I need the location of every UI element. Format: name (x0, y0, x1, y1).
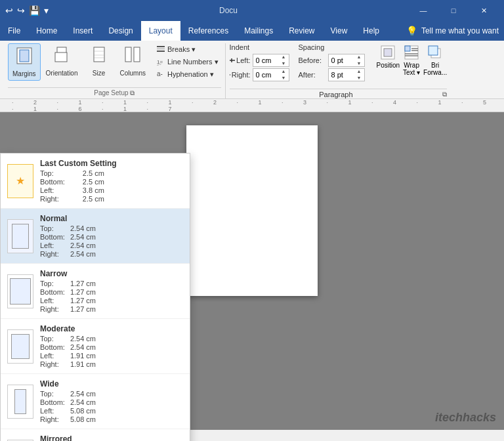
page-setup-expand-icon[interactable]: ⧉ (130, 89, 135, 96)
margins-button[interactable]: Margins (8, 43, 41, 81)
position-button[interactable]: Position (377, 43, 400, 76)
hyphenation-button[interactable]: a- Hyphenation ▾ (154, 68, 221, 80)
columns-button[interactable]: Columns (116, 43, 150, 79)
menu-review[interactable]: Review (281, 21, 322, 41)
spacing-before-input[interactable] (328, 54, 365, 67)
wide-left-val: 5.08 cm (70, 407, 96, 415)
last-custom-title: Last Custom Setting (40, 159, 117, 168)
redo-icon[interactable]: ↪ (17, 5, 25, 16)
last-custom-top-val: 2.5 cm (83, 169, 117, 177)
menu-view[interactable]: View (323, 21, 356, 41)
wide-bottom-val: 2.54 cm (70, 398, 96, 406)
indent-right-spinner[interactable] (282, 68, 286, 81)
maximize-button[interactable]: □ (438, 0, 469, 21)
indent-left-label: Left: (230, 56, 251, 64)
indent-left-value[interactable] (256, 56, 281, 64)
menu-insert[interactable]: Insert (65, 21, 100, 41)
moderate-top-label: Top: (40, 335, 65, 343)
spacing-before-up[interactable] (357, 54, 362, 60)
save-icon[interactable]: 💾 (29, 5, 40, 16)
margin-inner-narrow (10, 278, 31, 304)
breaks-button[interactable]: Breaks ▾ (154, 43, 221, 55)
menu-file[interactable]: File (0, 21, 28, 41)
menu-mailings[interactable]: Mailings (236, 21, 281, 41)
size-label: Size (93, 70, 105, 77)
margin-option-mirrored[interactable]: Mirrored Top: 2.54 cm Bottom: 2.54 cm In… (1, 429, 190, 441)
svg-text:a-: a- (157, 70, 163, 77)
normal-right-val: 2.54 cm (70, 250, 96, 258)
normal-title: Normal (40, 214, 96, 223)
wide-right-val: 5.08 cm (70, 415, 96, 423)
tell-me-text[interactable]: Tell me what you want (421, 26, 499, 35)
columns-label: Columns (120, 70, 146, 77)
narrow-left-label: Left: (40, 297, 65, 304)
customize-icon[interactable]: ▾ (44, 5, 49, 16)
svg-rect-9 (134, 47, 140, 62)
indent-left-up[interactable] (282, 54, 286, 60)
svg-rect-21 (384, 49, 392, 56)
menu-layout[interactable]: Layout (141, 21, 180, 41)
indent-group: Indent Left: (230, 43, 289, 81)
ribbon-content: Margins Orientation (0, 41, 504, 98)
indent-left-input[interactable] (253, 54, 289, 67)
menu-design[interactable]: Design (100, 21, 140, 41)
margin-option-narrow[interactable]: Narrow Top: 1.27 cm Bottom: 1.27 cm Left… (1, 264, 190, 319)
moderate-right-label: Right: (40, 360, 65, 368)
menu-home[interactable]: Home (28, 21, 65, 41)
margins-dropdown[interactable]: ★ Last Custom Setting Top: 2.5 cm Bottom… (0, 153, 190, 441)
spacing-after-up[interactable] (357, 68, 362, 75)
title-bar-controls[interactable]: — □ ✕ (408, 0, 499, 21)
margin-option-last-custom[interactable]: ★ Last Custom Setting Top: 2.5 cm Bottom… (1, 154, 190, 209)
ribbon-stack-right: Breaks ▾ 1= 2= Line Numbers ▾ a- Hyphe (154, 43, 221, 80)
title-bar-icons[interactable]: ↩ ↪ 💾 ▾ (5, 5, 49, 16)
orientation-button[interactable]: Orientation (42, 43, 82, 79)
spacing-after-value[interactable] (331, 71, 356, 79)
menu-references[interactable]: References (180, 21, 236, 41)
narrow-right-val: 1.27 cm (70, 305, 96, 313)
svg-rect-23 (405, 46, 410, 51)
svg-rect-11 (157, 49, 165, 49)
line-numbers-button[interactable]: 1= 2= Line Numbers ▾ (154, 56, 221, 68)
wide-text: Wide Top: 2.54 cm Bottom: 2.54 cm Left: … (40, 379, 96, 423)
menu-help[interactable]: Help (355, 21, 387, 41)
margin-option-wide[interactable]: Wide Top: 2.54 cm Bottom: 2.54 cm Left: … (1, 374, 190, 429)
position-label: Position (377, 62, 400, 69)
indent-right-value[interactable] (256, 71, 281, 79)
margin-inner-normal (12, 224, 29, 249)
spacing-before-value[interactable] (331, 56, 356, 64)
margin-option-normal[interactable]: Normal Top: 2.54 cm Bottom: 2.54 cm Left… (1, 209, 190, 264)
size-button[interactable]: Size (83, 43, 115, 79)
bring-forward-button[interactable]: Bri Forwa... (423, 43, 447, 76)
spacing-before-down[interactable] (357, 60, 362, 67)
indent-right-up[interactable] (282, 68, 286, 75)
wide-title: Wide (40, 379, 96, 388)
moderate-right-val: 1.91 cm (70, 360, 96, 368)
ruler-content: · 2 · 1 · 1 · 1 · 2 · 1 · 3 · 1 · 4 · 1 … (12, 99, 499, 112)
last-custom-text: Last Custom Setting Top: 2.5 cm Bottom: … (40, 159, 117, 203)
svg-rect-8 (125, 47, 131, 62)
close-button[interactable]: ✕ (469, 0, 499, 21)
indent-left-down[interactable] (282, 60, 286, 67)
undo-icon[interactable]: ↩ (5, 5, 13, 16)
margin-option-moderate[interactable]: Moderate Top: 2.54 cm Bottom: 2.54 cm Le… (1, 319, 190, 374)
lightbulb-icon: 💡 (406, 26, 417, 36)
spacing-after-row: After: (299, 68, 365, 81)
last-custom-right-val: 2.5 cm (83, 195, 117, 203)
hyphenation-label: Hyphenation ▾ (167, 70, 214, 79)
ribbon-group-indent-spacing: Indent Left: (226, 43, 452, 98)
indent-right-input[interactable] (253, 68, 289, 81)
title-bar-title: Docu (49, 6, 408, 15)
arrange-group: Position Wrap (377, 43, 448, 76)
paragraph-label: Paragraph (230, 91, 443, 98)
spacing-after-input[interactable] (328, 68, 365, 81)
svg-rect-29 (429, 46, 438, 55)
paragraph-expand-icon[interactable]: ⧉ (442, 91, 447, 98)
spacing-after-down[interactable] (357, 75, 362, 81)
spacing-after-spinner[interactable] (357, 68, 362, 81)
wrap-text-button[interactable]: Wrap Text ▾ (402, 43, 421, 76)
indent-right-down[interactable] (282, 75, 286, 81)
spacing-before-spinner[interactable] (357, 54, 362, 67)
bring-forward-sublabel: Forwa... (423, 69, 447, 76)
indent-left-spinner[interactable] (282, 54, 286, 67)
minimize-button[interactable]: — (408, 0, 438, 21)
